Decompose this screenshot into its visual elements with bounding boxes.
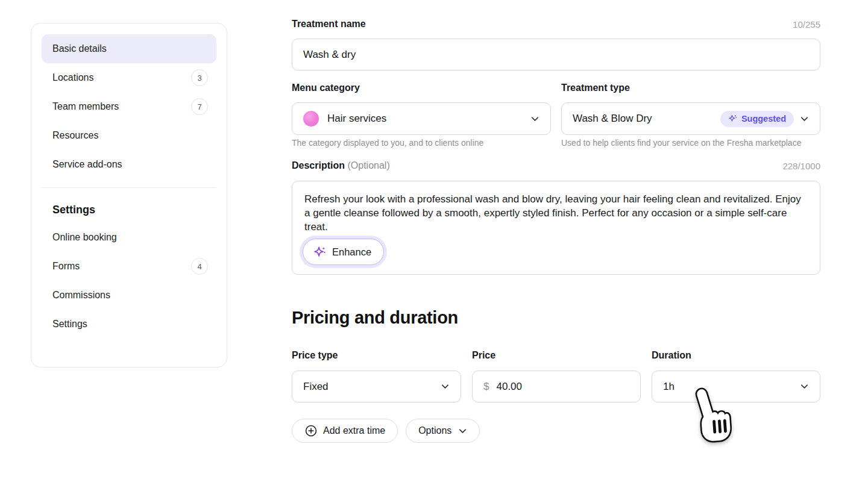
add-extra-time-button[interactable]: Add extra time	[292, 419, 398, 443]
sidebar-item-label: Locations	[52, 72, 94, 83]
price-value: 40.00	[496, 381, 522, 393]
price-type-select[interactable]: Fixed	[292, 371, 461, 402]
settings-sidebar: Basic details Locations 3 Team members 7…	[31, 23, 227, 368]
currency-symbol: $	[483, 381, 489, 393]
count-badge: 7	[191, 98, 208, 115]
sidebar-item-forms[interactable]: Forms 4	[42, 252, 216, 281]
options-button[interactable]: Options	[406, 419, 480, 443]
enhance-button[interactable]: Enhance	[303, 239, 384, 265]
sidebar-item-label: Settings	[52, 319, 87, 330]
sidebar-item-locations[interactable]: Locations 3	[42, 63, 216, 92]
treatment-name-input[interactable]: Wash & dry	[292, 39, 820, 70]
suggested-badge-label: Suggested	[741, 114, 786, 124]
sidebar-item-label: Basic details	[52, 43, 107, 54]
treatment-name-value: Wash & dry	[303, 49, 356, 61]
treatment-name-char-counter: 10/255	[793, 19, 820, 30]
service-edit-page: Basic details Basic details Locations 3 …	[0, 0, 868, 482]
circle-plus-icon	[304, 424, 318, 437]
enhance-button-label: Enhance	[332, 246, 371, 258]
price-input[interactable]: $ 40.00	[472, 371, 641, 402]
options-button-label: Options	[418, 425, 451, 436]
sidebar-item-resources[interactable]: Resources	[42, 121, 216, 150]
sidebar-divider	[42, 187, 216, 188]
chevron-down-icon	[458, 427, 467, 436]
count-badge: 4	[191, 258, 208, 275]
description-value: Refresh your look with a professional wa…	[292, 181, 820, 234]
sidebar-item-commissions[interactable]: Commissions	[42, 281, 216, 310]
menu-category-select[interactable]: Hair services	[292, 102, 551, 135]
sidebar-item-label: Commissions	[52, 290, 110, 301]
sidebar-item-settings[interactable]: Settings	[42, 310, 216, 339]
treatment-name-label: Treatment name	[292, 19, 366, 30]
suggested-badge: Suggested	[720, 111, 794, 127]
sidebar-item-label: Online booking	[52, 232, 117, 243]
chevron-down-icon	[530, 114, 539, 124]
count-badge: 3	[191, 69, 208, 86]
sidebar-item-label: Team members	[52, 101, 119, 112]
pricing-section-heading: Pricing and duration	[292, 308, 458, 328]
menu-category-value: Hair services	[327, 113, 386, 125]
basic-details-form: Treatment name 10/255 Wash & dry Menu ca…	[292, 0, 820, 482]
add-extra-time-label: Add extra time	[323, 425, 385, 436]
description-textarea[interactable]: Refresh your look with a professional wa…	[292, 181, 820, 275]
sidebar-item-team-members[interactable]: Team members 7	[42, 92, 216, 121]
sidebar-item-service-add-ons[interactable]: Service add-ons	[42, 150, 216, 179]
sidebar-section-heading: Settings	[42, 196, 216, 223]
treatment-type-value: Wash & Blow Dry	[573, 113, 652, 125]
sidebar-item-label: Resources	[52, 130, 98, 141]
menu-category-helper: The category displayed to you, and to cl…	[292, 138, 551, 148]
chevron-down-icon	[441, 382, 450, 391]
treatment-type-select[interactable]: Wash & Blow Dry Suggested	[561, 102, 820, 135]
treatment-type-helper: Used to help clients find your service o…	[561, 138, 820, 148]
menu-category-label: Menu category	[292, 83, 360, 93]
description-char-counter: 228/1000	[782, 161, 820, 171]
sparkle-icon	[728, 114, 738, 124]
sidebar-item-label: Forms	[52, 261, 80, 272]
sidebar-item-basic-details[interactable]: Basic details	[42, 34, 216, 63]
sidebar-item-label: Service add-ons	[52, 159, 122, 170]
duration-select[interactable]: 1h	[652, 371, 820, 402]
chevron-down-icon	[800, 382, 809, 391]
chevron-down-icon	[800, 114, 809, 124]
category-color-dot	[303, 111, 319, 127]
ai-sparkle-icon	[313, 245, 327, 259]
price-type-label: Price type	[292, 350, 338, 360]
duration-value: 1h	[663, 381, 675, 393]
treatment-type-label: Treatment type	[561, 83, 630, 93]
duration-label: Duration	[652, 350, 691, 360]
description-label: Description (Optional)	[292, 160, 390, 171]
price-type-value: Fixed	[303, 381, 329, 393]
sidebar-item-online-booking[interactable]: Online booking	[42, 223, 216, 252]
price-label: Price	[472, 350, 495, 360]
optional-hint: (Optional)	[347, 160, 389, 171]
